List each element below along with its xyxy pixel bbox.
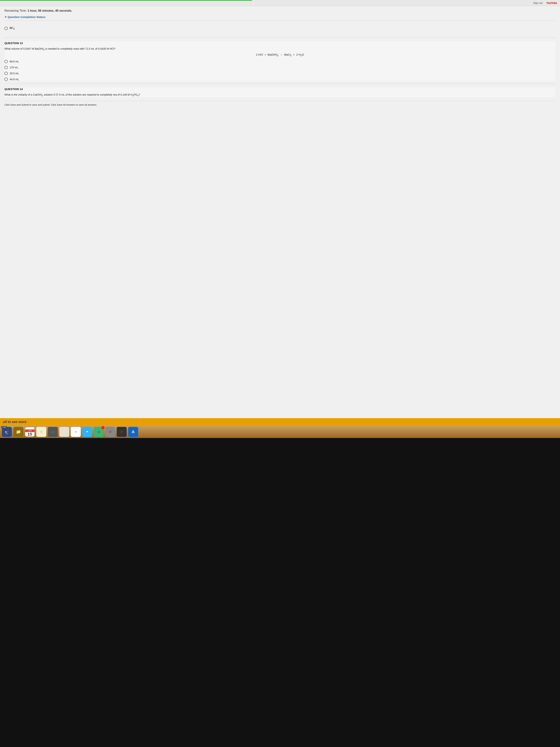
answer-4-text: 44.8 mL [10,78,19,81]
completion-label: ✦ Question Completion Status: [4,16,46,19]
question-14-text: What is the molarity of a Ca(OH)2 soluti… [4,93,556,97]
dock-appstore[interactable]: A [128,427,138,437]
question-completion-status: ✦ Question Completion Status: [4,16,556,21]
question-14-label: QUESTION 14 [4,87,556,91]
dock-music[interactable]: 🎵 [117,427,127,437]
dock-notes[interactable]: 📋 [36,427,46,437]
calendar-day: 15 [28,432,32,437]
youtube-link[interactable]: YouTube [546,1,557,4]
bf3-label: BF3 [10,26,15,30]
section-divider-2 [4,83,556,84]
finder-icon: 📁 [16,430,21,434]
answer-1-text: 89.6 mL [10,60,19,63]
macos-dock: 2,466 🦅 📁 APR 15 📋 ⋯ ⏱ 🌸 💬 1 📹 🔕 [0,426,560,438]
question-14-block: QUESTION 14 What is the molarity of a Ca… [4,87,556,97]
messages-icon: 💬 [86,431,88,433]
dock-launchpad[interactable]: ⋯ [48,427,58,437]
dock-eagle-app[interactable]: 2,466 🦅 [2,427,12,437]
dock-facetime[interactable]: 1 📹 [94,427,104,437]
remaining-time-label: Remaining Time: [4,9,27,12]
bf3-answer-option[interactable]: BF3 [4,24,556,32]
eagle-icon: 🦅 [4,429,10,434]
progress-bar [0,0,252,1]
dock-photos[interactable]: 🌸 [71,427,81,437]
radio-89[interactable] [4,60,8,63]
answer-2-text: 179 mL [10,66,18,69]
calendar-month: APR [25,430,34,432]
answer-3-text: 28.5 mL [10,72,19,75]
notes-icon: 📋 [40,431,43,433]
scroll-hint-bar: oll to see more [0,418,560,426]
section-divider [4,37,556,38]
radio-28[interactable] [4,72,8,75]
answer-option-1[interactable]: 89.6 mL [4,60,556,63]
quiz-content: Remaining Time: 1 hour, 06 minutes, 40 s… [0,6,560,418]
save-note: Click Save and Submit to save and submit… [4,101,556,106]
facetime-icon: 📹 [98,431,100,433]
remaining-time-bar: Remaining Time: 1 hour, 06 minutes, 40 s… [4,9,556,12]
question-13-block: QUESTION 13 What volume of 0.0347 M Ba(O… [4,42,556,81]
appstore-icon: A [132,430,135,434]
radio-44[interactable] [4,78,8,81]
browser-toolbar: Sign out YouTube [0,0,560,6]
dock-activity-monitor[interactable]: ⏱ [59,427,69,437]
answer-option-2[interactable]: 179 mL [4,66,556,69]
notification-icon: 🔕 [109,431,111,433]
eagle-count: 2,466 [1,426,7,428]
activity-icon: ⏱ [63,431,65,433]
remaining-time-value: 1 hour, 06 minutes, 40 seconds. [28,9,72,12]
music-icon: 🎵 [121,431,123,433]
dock-calendar[interactable]: APR 15 [25,427,35,437]
dock-messages[interactable]: 💬 [82,427,92,437]
dock-finder[interactable]: 📁 [14,427,23,437]
radio-179[interactable] [4,66,8,69]
launchpad-icon: ⋯ [51,430,54,434]
answer-option-3[interactable]: 28.5 mL [4,72,556,75]
question-13-text: What volume of 0.0347 M Ba(OH)2 is neede… [4,47,556,51]
facetime-badge: 1 [102,426,104,429]
bf3-radio[interactable] [4,27,8,30]
reaction-equation: 2 HCl + Ba(OH)2 → BaCl2 + 2 H2O [4,53,556,57]
answer-option-4[interactable]: 44.8 mL [4,78,556,81]
photos-icon: 🌸 [75,431,77,433]
scroll-hint-text: oll to see more [3,420,26,424]
dark-area [0,438,560,747]
dock-notification[interactable]: 🔕 [105,427,115,437]
sign-out-link[interactable]: Sign out [533,1,542,4]
save-note-text: Click Save and Submit to save and submit… [4,103,97,106]
question-13-label: QUESTION 13 [4,42,556,45]
